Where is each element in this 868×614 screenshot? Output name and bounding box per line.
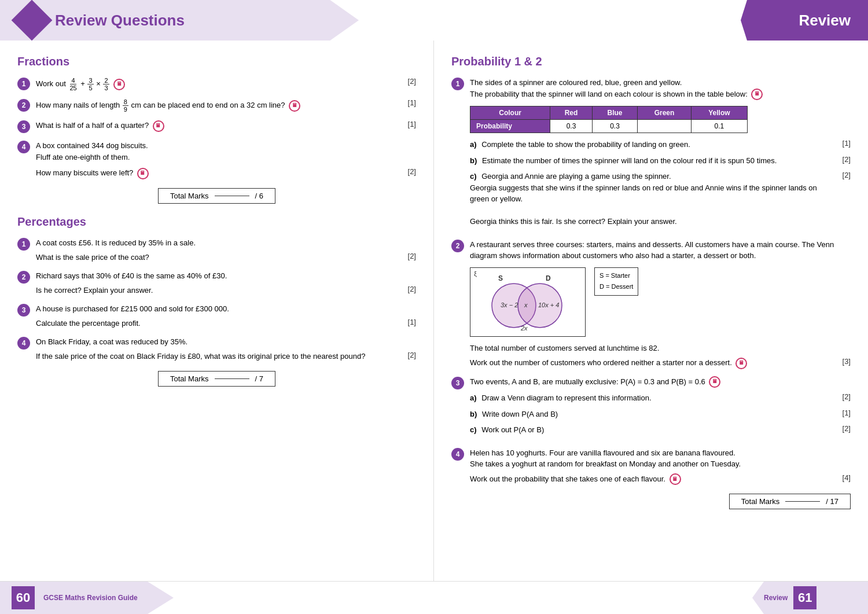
q4-marks: [2] [408,167,416,176]
q3-content: What is half of a half of a quarter? 🖩 [… [36,120,416,132]
calculator-icon-prob-q1: 🖩 [751,89,763,100]
sub-label-c: c) [470,172,477,181]
total-score-prob: / 17 [826,497,838,506]
prob-q3-sub-b-marks: [1] [843,409,851,417]
review-label: Review [799,12,851,30]
fractions-total-marks: Total Marks / 6 [17,188,416,204]
total-marks-inner: Total Marks / 6 [158,188,275,204]
calculator-icon-q4: 🖩 [137,168,149,179]
q1-row: Work out 425 + 35 × 23 🖩 [2] [36,77,416,91]
q4-line1: A box contained 344 dog biscuits. [36,140,416,152]
prob-q3-content: Two events, A and B, are mutually exclus… [470,376,851,440]
prob-q1-sub-c: c) Georgia and Annie are playing a game … [470,171,851,227]
table-cell-blue: 0.3 [592,120,637,133]
pct-q-number-1: 1 [17,238,30,251]
prob-q4-content: Helen has 10 yoghurts. Four are vanilla … [470,447,851,486]
fraction-2: 35 [87,77,93,91]
q3-text: What is half of a half of a quarter? 🖩 [36,120,402,132]
q-number-1: 1 [17,78,30,90]
sub-label-c3: c) [470,425,477,434]
q4-line2: Fluff ate one-eighth of them. [36,152,416,163]
pct-total-marks-line [215,378,249,379]
fractions-title: Fractions [17,55,416,68]
pct-q4: 4 On Black Friday, a coat was reduced by… [17,336,416,362]
pct-q2-content: Richard says that 30% of £40 is the same… [36,270,416,296]
pct-q-number-3: 3 [17,304,30,317]
q2-marks: [1] [408,98,416,107]
prob-q2-line2: Work out the number of customers who ord… [470,357,837,369]
footer-label-right: Review [764,594,788,602]
pct-q4-line1: On Black Friday, a coat was reduced by 3… [36,336,416,348]
sub-label-a: a) [470,140,477,149]
total-label-prob: Total Marks [741,497,779,506]
percentages-title: Percentages [17,215,416,229]
prob-total-marks-inner: Total Marks / 17 [729,494,851,509]
footer-right: Review 61 [752,582,868,614]
pct-q1-line1: A coat costs £56. It is reduced by 35% i… [36,237,416,249]
table-cell-red: 0.3 [550,120,593,133]
pct-q4-row: If the sale price of the coat on Black F… [36,351,416,362]
pct-q1-line2: What is the sale price of the coat? [36,252,402,263]
venn-legend: S = Starter D = Dessert [594,267,638,296]
prob-q4-line1: Helen has 10 yoghurts. Four are vanilla … [470,447,851,459]
prob-q1-sub-c-marks: [2] [843,171,851,179]
venn-diagram: ξ S D 3x − 2 x [470,267,586,337]
prob-q3-intro: Two events, A and B, are mutually exclus… [470,376,851,388]
prob-q1-sub-a: a) Complete the table to show the probab… [470,139,851,150]
prob-q2-line1: The total number of customers served at … [470,343,851,354]
table-header-green: Green [638,106,692,120]
xi-label: ξ [474,270,477,277]
prob-q1-sub-b: b) Estimate the number of times the spin… [470,155,851,167]
prob-q1-sub-b-text: b) Estimate the number of times the spin… [470,155,837,167]
probability-total-marks: Total Marks / 17 [451,494,851,509]
pct-q1-marks: [2] [408,252,416,260]
pct-q4-line2: If the sale price of the coat on Black F… [36,351,402,362]
left-column: Fractions 1 Work out 425 + 35 × 23 🖩 [2] [0,41,434,581]
pct-q4-marks: [2] [408,351,416,359]
calculator-icon-q2: 🖩 [289,100,300,112]
fractions-q4: 4 A box contained 344 dog biscuits. Fluf… [17,140,416,179]
fraction-nails: 89 [123,98,128,113]
prob-q3-sub-a-text: a) Draw a Venn diagram to represent this… [470,392,837,404]
prob-q2-marks: [3] [843,357,851,366]
venn-container: ξ S D 3x − 2 x [470,267,851,337]
prob-q3-sub-b-text: b) Write down P(A and B) [470,409,837,420]
prob-q3-sub-a: a) Draw a Venn diagram to represent this… [470,392,851,404]
prob-q1-sub-c-text: c) Georgia and Annie are playing a game … [470,171,837,227]
pct-q1: 1 A coat costs £56. It is reduced by 35%… [17,237,416,263]
prob-q4: 4 Helen has 10 yoghurts. Four are vanill… [451,447,851,486]
footer-book-title: GCSE Maths Revision Guide [43,594,138,602]
q3-row: What is half of a half of a quarter? 🖩 [… [36,120,416,132]
sub-label-a3: a) [470,394,477,402]
q2-text: How many nails of length 89 cm can be pl… [36,98,402,113]
pct-q3-line2: Calculate the percentage profit. [36,318,402,329]
table-cell-prob-label: Probability [470,120,550,133]
venn-bottom-val: 2x [520,325,528,332]
table-cell-green [638,120,692,133]
prob-q3-sub-a-marks: [2] [843,392,851,401]
prob-total-marks-line [785,501,820,502]
pct-q2-row: Is he correct? Explain your answer. [2] [36,285,416,296]
prob-q1-intro1: The sides of a spinner are coloured red,… [470,77,851,89]
sub-label-b: b) [470,156,477,165]
total-label-pct: Total Marks [170,374,208,383]
page-footer: 60 GCSE Maths Revision Guide Review 61 [0,581,868,614]
prob-q-number-4: 4 [451,448,464,461]
page-header: Review Questions Review [0,0,868,41]
pct-q2-line2: Is he correct? Explain your answer. [36,285,402,296]
main-content: Fractions 1 Work out 425 + 35 × 23 🖩 [2] [0,41,868,581]
prob-q-number-1: 1 [451,78,464,90]
total-score-pct: / 7 [255,374,263,383]
prob-q4-row: Work out the probability that she takes … [470,473,851,486]
pct-q3-row: Calculate the percentage profit. [1] [36,318,416,329]
calculator-icon-q3: 🖩 [153,120,164,132]
legend-s: S = Starter [599,270,633,282]
pct-q3-content: A house is purchased for £215 000 and so… [36,303,416,329]
table-header-red: Red [550,106,593,120]
fraction-3: 23 [103,77,109,91]
pct-q2: 2 Richard says that 30% of £40 is the sa… [17,270,416,296]
prob-q1-sub-b-marks: [2] [843,155,851,164]
prob-q4-line3: Work out the probability that she takes … [470,473,837,486]
pct-q-number-2: 2 [17,271,30,284]
q3-marks: [1] [408,120,416,128]
